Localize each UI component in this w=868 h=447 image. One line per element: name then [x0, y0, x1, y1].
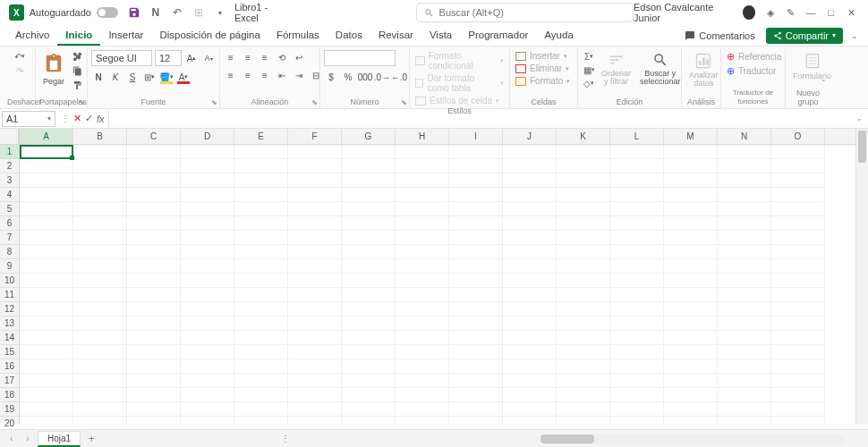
increase-font-icon[interactable]: A▴	[184, 51, 199, 65]
clear-icon[interactable]: ◇▾	[582, 77, 596, 89]
cell[interactable]	[771, 159, 825, 173]
font-color-button[interactable]: A▾	[176, 70, 191, 84]
cell[interactable]	[664, 359, 718, 374]
qat-dropdown-icon[interactable]: ▾	[213, 5, 227, 20]
cell[interactable]	[718, 388, 771, 402]
quick-print-icon[interactable]: ⊞	[191, 5, 206, 20]
fill-color-button[interactable]: 🪣▾	[159, 70, 174, 84]
cell[interactable]	[771, 231, 825, 245]
cell[interactable]	[127, 159, 181, 173]
wrap-text-icon[interactable]: ↩	[292, 50, 306, 64]
cell[interactable]	[342, 417, 396, 424]
delete-cells-button[interactable]: Eliminar▾	[514, 63, 572, 74]
col-header[interactable]: G	[342, 129, 396, 144]
cell[interactable]	[127, 359, 181, 374]
cell[interactable]	[20, 388, 73, 402]
row-header[interactable]: 6	[0, 216, 19, 231]
cell[interactable]	[771, 331, 825, 345]
percent-icon[interactable]: %	[341, 70, 355, 84]
cell[interactable]	[610, 402, 664, 417]
bold-button[interactable]: N	[91, 70, 106, 84]
translator-button[interactable]: ⊕Traductor	[725, 64, 783, 78]
cell[interactable]	[610, 159, 664, 173]
cell[interactable]	[557, 402, 610, 417]
col-header[interactable]: M	[664, 129, 718, 144]
cell[interactable]	[610, 216, 664, 231]
cell[interactable]	[20, 417, 73, 424]
cell[interactable]	[718, 345, 771, 359]
tab-datos[interactable]: Datos	[328, 26, 370, 46]
comments-button[interactable]: Comentarios	[679, 28, 760, 44]
cell[interactable]	[449, 245, 503, 259]
vertical-scrollbar[interactable]	[855, 129, 868, 424]
cell[interactable]	[288, 245, 342, 259]
cell[interactable]	[557, 202, 610, 216]
cell[interactable]	[234, 274, 288, 288]
cell[interactable]	[610, 274, 664, 288]
cell[interactable]	[396, 302, 449, 316]
cell[interactable]	[20, 374, 73, 388]
cell[interactable]	[718, 417, 771, 424]
cell[interactable]	[718, 359, 771, 374]
cell[interactable]	[503, 345, 557, 359]
cell[interactable]	[127, 259, 181, 274]
cell[interactable]	[771, 245, 825, 259]
cell[interactable]	[342, 374, 396, 388]
cell[interactable]	[20, 216, 73, 231]
cell[interactable]	[449, 402, 503, 417]
cell[interactable]	[503, 188, 557, 202]
row-header[interactable]: 13	[0, 316, 19, 331]
cell[interactable]	[503, 359, 557, 374]
row-header[interactable]: 5	[0, 202, 19, 216]
cell[interactable]	[718, 316, 771, 331]
cell[interactable]	[234, 288, 288, 302]
sheet-nav-next[interactable]: ›	[21, 434, 34, 443]
cell[interactable]	[449, 316, 503, 331]
cell[interactable]	[503, 302, 557, 316]
cell[interactable]	[342, 216, 396, 231]
select-all-corner[interactable]	[0, 129, 19, 145]
cell[interactable]	[181, 173, 234, 188]
cell[interactable]	[342, 288, 396, 302]
cell[interactable]	[342, 159, 396, 173]
cell[interactable]	[288, 374, 342, 388]
cell[interactable]	[73, 259, 127, 274]
font-name-select[interactable]	[91, 50, 152, 66]
cell[interactable]	[610, 331, 664, 345]
tab-archivo[interactable]: Archivo	[7, 26, 57, 46]
cell[interactable]	[771, 388, 825, 402]
cell[interactable]	[396, 173, 449, 188]
tab-revisar[interactable]: Revisar	[370, 26, 421, 46]
cell[interactable]	[181, 345, 234, 359]
cell[interactable]	[771, 288, 825, 302]
cell[interactable]	[664, 173, 718, 188]
cell[interactable]	[396, 402, 449, 417]
tab-programador[interactable]: Programador	[460, 26, 536, 46]
cell[interactable]	[181, 216, 234, 231]
paste-button[interactable]: Pegar	[39, 50, 68, 88]
clipboard-launcher-icon[interactable]: ⬊	[79, 98, 85, 106]
cell[interactable]	[557, 145, 610, 159]
number-format-select[interactable]	[324, 50, 396, 66]
cell[interactable]	[73, 159, 127, 173]
cell[interactable]	[718, 374, 771, 388]
underline-button[interactable]: S	[125, 70, 140, 84]
cell[interactable]	[234, 188, 288, 202]
cell[interactable]	[718, 188, 771, 202]
row-header[interactable]: 14	[0, 331, 19, 345]
cell[interactable]	[449, 145, 503, 159]
cell[interactable]	[396, 417, 449, 424]
cell[interactable]	[664, 188, 718, 202]
sort-filter-button[interactable]: Ordenar y filtrar	[598, 50, 634, 88]
cell[interactable]	[342, 345, 396, 359]
cell[interactable]	[610, 288, 664, 302]
cell[interactable]	[20, 302, 73, 316]
cell[interactable]	[73, 359, 127, 374]
cell[interactable]	[557, 259, 610, 274]
cell[interactable]	[449, 231, 503, 245]
align-launcher-icon[interactable]: ⬊	[311, 98, 318, 106]
cell[interactable]	[503, 216, 557, 231]
search-input[interactable]	[439, 7, 625, 18]
cell[interactable]	[342, 202, 396, 216]
cell[interactable]	[342, 388, 396, 402]
